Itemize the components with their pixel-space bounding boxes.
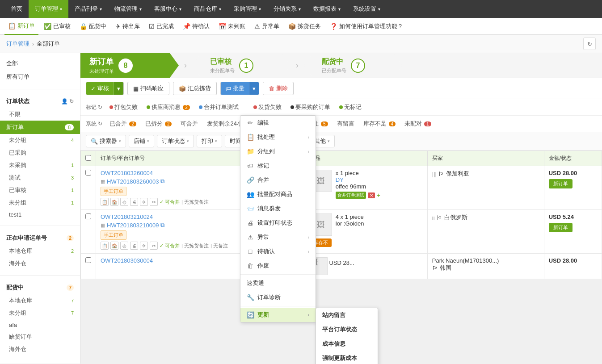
subnav-unpaid[interactable]: 📅 未到账 [215, 18, 249, 35]
menu-diagnosis[interactable]: 🔧 订单诊断 [240, 290, 316, 305]
submenu-internal-message[interactable]: 站内留言 [316, 308, 378, 322]
nav-product-listing[interactable]: 产品刊登 ▾ [68, 0, 108, 18]
row2-home-icon[interactable]: 🏠 [110, 242, 118, 250]
nav-logistics[interactable]: 物流管理 ▾ [108, 0, 148, 18]
row2-copy-icon[interactable]: ⧉ [160, 222, 164, 229]
menu-speedpost[interactable]: 速卖通 [240, 276, 316, 290]
tag-to-purchase[interactable]: 要采购的订单 [287, 102, 334, 113]
subnav-outbound[interactable]: ✈ 待出库 [112, 18, 143, 35]
tag-split[interactable]: 已拆分 2 [142, 118, 176, 129]
batch-main-button[interactable]: 🏷 批量 [221, 82, 249, 95]
sidebar-item-purchased[interactable]: 已采购 [0, 146, 80, 159]
row2-no-pick[interactable]: | 无拣货备注 [181, 243, 209, 249]
subnav-exception[interactable]: ⚠ 异常单 [251, 18, 283, 35]
batch-split-button[interactable]: 🏷 批量 ▾ [220, 82, 259, 95]
row1-add-tag-icon[interactable]: + [377, 192, 380, 199]
row1-cut-icon[interactable]: ✂ [150, 198, 158, 206]
row1-copy-icon[interactable]: ⧉ [160, 178, 164, 185]
sidebar-item-new-order[interactable]: 新订单 8 [0, 121, 80, 134]
review-main-button[interactable]: ✓ 审核 [86, 82, 114, 95]
subnav-pick-task[interactable]: 📦 拣货任务 [285, 18, 324, 35]
nav-reports[interactable]: 数据报表 ▾ [307, 0, 347, 18]
tag-merged[interactable]: 已合并 2 [106, 118, 140, 129]
sidebar-item-ungroup[interactable]: 未分组 4 [0, 134, 80, 146]
menu-pending-confirm[interactable]: □ 待确认 › [240, 244, 316, 259]
row1-home-icon[interactable]: 🏠 [110, 198, 118, 206]
nav-distribution[interactable]: 分销关系 ▾ [267, 0, 307, 18]
row1-print-icon[interactable]: 📋 [101, 198, 109, 206]
submenu-platform-status[interactable]: 平台订单状态 [316, 322, 378, 337]
sidebar-item-test[interactable]: 测试 3 [0, 172, 80, 184]
menu-discard[interactable]: 🗑 作废 [240, 259, 316, 273]
sidebar-item-all[interactable]: 全部 [0, 57, 80, 70]
row1-pin-icon[interactable]: ◎ [120, 198, 128, 206]
row2-order-id[interactable]: OWT201803210024 [101, 213, 153, 220]
row2-cut-icon[interactable]: ✂ [150, 242, 158, 250]
menu-print-status[interactable]: 🖨 设置打印状态 [240, 216, 316, 230]
row3-checkbox[interactable] [85, 257, 91, 263]
subnav-shipping[interactable]: 🔒 配货中 [76, 18, 110, 35]
row1-checkbox[interactable] [85, 170, 91, 176]
status-reviewed[interactable]: 已审核 未分配单号 1 [192, 53, 290, 78]
review-arrow-button[interactable]: ▾ [114, 82, 123, 95]
row2-platform-id[interactable]: HWT201803210009 [107, 222, 159, 229]
filter-shop[interactable]: 店铺 ▾ [129, 135, 154, 147]
menu-merge[interactable]: 🔗 合并 [240, 173, 316, 187]
tag-pack-fail[interactable]: 打包失败 [106, 102, 141, 113]
tag-has-message[interactable]: 有留言 [333, 118, 358, 129]
nav-customer-service[interactable]: 客服中心 ▾ [148, 0, 188, 18]
sidebar-item-dist-overseas[interactable]: 海外仓 [0, 343, 80, 356]
row1-no-pick[interactable]: | 无拣货备注 [181, 199, 209, 205]
filter-search[interactable]: 🔍 搜索器 ▾ [86, 135, 126, 147]
row2-printer-icon[interactable]: 🖨 [130, 242, 138, 250]
scan-button[interactable]: ▦ 扫码响应 [127, 82, 169, 95]
row1-can-merge[interactable]: ✓ 可合并 [160, 199, 180, 205]
subnav-help[interactable]: ❓ 如何使用订单管理功能？ [326, 18, 407, 35]
row2-pin-icon[interactable]: ◎ [120, 242, 128, 250]
row1-remove-merge-tag[interactable]: ✕ [368, 192, 375, 198]
sidebar-item-dist-local[interactable]: 本地仓库 7 [0, 294, 80, 307]
sidebar-item-overseas[interactable]: 海外仓 [0, 257, 80, 270]
menu-exception[interactable]: ⚠ 异常 › [240, 230, 316, 244]
breadcrumb-parent[interactable]: 订单管理 [6, 40, 29, 48]
batch-arrow-button[interactable]: ▾ [249, 82, 259, 95]
tag-unmatched[interactable]: 未配对 1 [401, 118, 435, 129]
page-refresh-button[interactable]: ↻ [583, 38, 596, 50]
sidebar-item-all-orders[interactable]: 所有订单 [0, 70, 80, 84]
tag-merge-test[interactable]: 合并订单测试 [195, 102, 242, 113]
row2-can-merge[interactable]: ✓ 可合并 [160, 243, 180, 249]
sidebar-item-dist-ungroup[interactable]: 未分组 7 [0, 307, 80, 319]
tag-no-mark[interactable]: 无标记 [336, 102, 365, 113]
row1-printer-icon[interactable]: 🖨 [130, 198, 138, 206]
menu-batch-process[interactable]: 📋 批处理 › [240, 130, 316, 144]
sidebar-item-unpurchased[interactable]: 未采购 1 [0, 159, 80, 172]
sidebar-item-test1[interactable]: test1 [0, 209, 80, 220]
menu-update[interactable]: 🔄 更新 › 站内留言 平台订单状态 成本信息 强制更新成本 更新订单实际运费 [240, 308, 316, 322]
sidebar-item-stock-shortage[interactable]: 缺货订单 [0, 331, 80, 343]
status-new-order[interactable]: 新订单 未处理订单 8 [80, 53, 179, 78]
row2-no-note[interactable]: | 无备注 [210, 243, 228, 249]
collect-button[interactable]: 📦 汇总拣货 [173, 82, 217, 95]
sidebar-item-afa[interactable]: afa [0, 319, 80, 331]
row2-print-icon[interactable]: 📋 [101, 242, 109, 250]
submenu-cost-info[interactable]: 成本信息 [316, 337, 378, 351]
row3-order-id[interactable]: OWT201803030004 [101, 257, 153, 264]
tag-low-stock[interactable]: 库存不足 4 [360, 118, 400, 129]
nav-settings[interactable]: 系统设置 ▾ [347, 0, 387, 18]
submenu-force-update-cost[interactable]: 强制更新成本 [316, 351, 378, 364]
subnav-pending-confirm[interactable]: 📌 待确认 [179, 18, 213, 35]
sidebar-item-unlimited[interactable]: 不限 [0, 108, 80, 121]
row2-fly-icon[interactable]: ✈ [140, 242, 148, 250]
nav-order-management[interactable]: 订单管理 ▾ [29, 0, 68, 18]
sidebar-item-reviewed-ungroup[interactable]: 未分组 1 [0, 197, 80, 209]
review-split-button[interactable]: ✓ 审核 ▾ [86, 82, 124, 95]
menu-edit[interactable]: ✏ 编辑 [240, 116, 316, 130]
filter-print[interactable]: 打印 ▾ [197, 135, 222, 147]
sidebar-item-local-warehouse[interactable]: 本地仓库 2 [0, 245, 80, 257]
menu-match-product[interactable]: 👥 批量配对商品 [240, 187, 316, 201]
tag-can-merge[interactable]: 可合并 [177, 118, 202, 129]
row2-checkbox[interactable] [85, 213, 91, 219]
sidebar-item-reviewed[interactable]: 已审核 1 [0, 184, 80, 197]
menu-group-to[interactable]: 📁 分组到 › [240, 144, 316, 159]
tag-ship-fail[interactable]: 发货失败 [250, 102, 285, 113]
